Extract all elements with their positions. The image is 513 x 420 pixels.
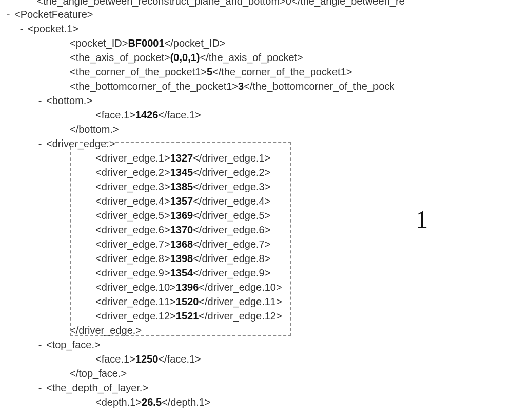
- xml-line: <driver_edge.3>1385</driver_edge.3>: [0, 179, 513, 194]
- xml-line: <driver_edge.1>1327</driver_edge.1>: [0, 151, 513, 165]
- xml-line: -<pocket.1>: [0, 22, 513, 36]
- xml-value: 1398: [170, 253, 193, 264]
- xml-open-tag: <driver_edge.3>: [95, 181, 170, 192]
- cutoff-line: <the_angle_between_reconstruct_plane_and…: [0, 0, 513, 7]
- xml-open-tag: <driver_edge.8>: [95, 253, 170, 264]
- xml-open-tag: <face.1>: [95, 353, 135, 365]
- xml-line: <driver_edge.2>1345</driver_edge.2>: [0, 165, 513, 179]
- xml-close-tag: </driver_edge.11>: [199, 296, 282, 307]
- xml-line: </top_face.>: [0, 366, 513, 381]
- xml-value: 1396: [176, 282, 199, 293]
- xml-open-tag: <PocketFeature>: [14, 9, 93, 20]
- collapse-toggle[interactable]: -: [37, 337, 43, 352]
- xml-line: <face.1>1426</face.1>: [0, 108, 513, 122]
- xml-open-tag: <driver_edge.9>: [95, 267, 170, 278]
- xml-lines: -<PocketFeature>-<pocket.1><pocket_ID>BF…: [0, 7, 513, 409]
- xml-close-tag: </driver_edge.7>: [193, 238, 270, 250]
- xml-line: </driver_edge.>: [0, 323, 513, 337]
- cutoff-text: <the_angle_between_reconstruct_plane_and…: [0, 0, 405, 7]
- xml-value: 1521: [176, 310, 199, 322]
- xml-line: <the_corner_of_the_pocket1>5</the_corner…: [0, 65, 513, 79]
- xml-value: 1327: [170, 152, 193, 164]
- xml-close-tag: </driver_edge.4>: [193, 195, 270, 207]
- xml-open-tag: </top_face.>: [70, 368, 127, 379]
- collapse-toggle[interactable]: -: [18, 22, 25, 36]
- collapse-toggle[interactable]: -: [37, 93, 43, 108]
- xml-close-tag: </face.1>: [158, 109, 201, 121]
- xml-line: <driver_edge.11>1520</driver_edge.11>: [0, 294, 513, 309]
- xml-open-tag: <driver_edge.12>: [95, 310, 176, 322]
- xml-close-tag: </pocket_ID>: [165, 37, 226, 49]
- collapse-toggle[interactable]: -: [5, 7, 11, 22]
- xml-line: <face.1>1250</face.1>: [0, 352, 513, 366]
- xml-open-tag: <driver_edge.2>: [95, 167, 170, 178]
- xml-line: <pocket_ID>BF0001</pocket_ID>: [0, 36, 513, 50]
- xml-open-tag: </bottom.>: [70, 124, 119, 135]
- xml-open-tag: <depth.1>: [95, 396, 142, 408]
- xml-open-tag: <driver_edge.10>: [95, 282, 176, 293]
- xml-line: -<top_face.>: [0, 337, 513, 352]
- xml-open-tag: <pocket_ID>: [70, 37, 128, 49]
- xml-open-tag: <pocket.1>: [28, 23, 78, 34]
- xml-close-tag: </driver_edge.10>: [199, 282, 282, 293]
- xml-line: <driver_edge.4>1357</driver_edge.4>: [0, 194, 513, 208]
- xml-value: 1426: [135, 109, 159, 121]
- xml-close-tag: </driver_edge.6>: [193, 224, 270, 235]
- xml-value: 1369: [170, 210, 193, 221]
- xml-value: 1345: [170, 167, 193, 178]
- xml-close-tag: </driver_edge.8>: [193, 253, 270, 264]
- annotation-label-1: 1: [416, 205, 428, 233]
- xml-line: <the_axis_of_pocket>(0,0,1)</the_axis_of…: [0, 50, 513, 65]
- xml-open-tag: <the_bottomcorner_of_the_pocket1>: [70, 81, 238, 92]
- xml-close-tag: </driver_edge.2>: [193, 167, 270, 178]
- xml-value: 1357: [170, 195, 193, 207]
- xml-value: 1354: [170, 267, 193, 278]
- xml-open-tag: <driver_edge.>: [46, 138, 115, 149]
- xml-line: <driver_edge.5>1369</driver_edge.5>: [0, 208, 513, 223]
- xml-line: <depth.1>26.5</depth.1>: [0, 395, 513, 409]
- xml-line: -<driver_edge.>: [0, 136, 513, 151]
- xml-open-tag: <the_depth_of_layer.>: [46, 382, 148, 393]
- xml-line: -<the_depth_of_layer.>: [0, 381, 513, 395]
- xml-value: 3: [238, 81, 244, 92]
- xml-open-tag: <driver_edge.11>: [95, 296, 176, 307]
- xml-value: (0,0,1): [170, 52, 200, 63]
- xml-close-tag: </the_corner_of_the_pocket1>: [212, 66, 352, 77]
- collapse-toggle[interactable]: -: [37, 381, 43, 395]
- xml-open-tag: <bottom.>: [46, 95, 92, 106]
- xml-open-tag: </driver_edge.>: [70, 325, 142, 336]
- xml-open-tag: <face.1>: [95, 109, 135, 121]
- xml-value: 1385: [170, 181, 193, 192]
- xml-close-tag: </driver_edge.12>: [199, 310, 282, 322]
- xml-close-tag: </the_axis_of_pocket>: [200, 52, 303, 63]
- xml-open-tag: <driver_edge.6>: [95, 224, 170, 235]
- xml-close-tag: </driver_edge.9>: [193, 267, 270, 278]
- xml-value: BF0001: [128, 37, 164, 49]
- xml-line: <driver_edge.9>1354</driver_edge.9>: [0, 266, 513, 280]
- xml-open-tag: <driver_edge.5>: [95, 210, 170, 221]
- xml-line: <driver_edge.7>1368</driver_edge.7>: [0, 237, 513, 251]
- xml-line: <driver_edge.6>1370</driver_edge.6>: [0, 223, 513, 237]
- xml-value: 5: [207, 66, 212, 77]
- xml-value: 1370: [170, 224, 193, 235]
- xml-close-tag: </driver_edge.5>: [193, 210, 270, 221]
- annotation-arrow: [0, 409, 513, 420]
- xml-line: -<bottom.>: [0, 93, 513, 108]
- xml-open-tag: <driver_edge.7>: [95, 238, 170, 250]
- xml-open-tag: <driver_edge.4>: [95, 195, 170, 207]
- xml-value: 26.5: [142, 396, 162, 408]
- xml-line: </bottom.>: [0, 122, 513, 136]
- xml-open-tag: <top_face.>: [46, 339, 101, 350]
- xml-viewer: <the_angle_between_reconstruct_plane_and…: [0, 0, 513, 420]
- xml-line: <driver_edge.8>1398</driver_edge.8>: [0, 251, 513, 266]
- xml-open-tag: <the_axis_of_pocket>: [70, 52, 170, 63]
- xml-line: -<PocketFeature>: [0, 7, 513, 22]
- xml-line: <driver_edge.10>1396</driver_edge.10>: [0, 280, 513, 294]
- xml-value: 1250: [135, 353, 159, 365]
- xml-line: <the_bottomcorner_of_the_pocket1>3</the_…: [0, 79, 513, 93]
- xml-open-tag: <the_corner_of_the_pocket1>: [70, 66, 207, 77]
- xml-close-tag: </the_bottomcorner_of_the_pock: [244, 81, 394, 92]
- xml-value: 1368: [170, 238, 193, 250]
- collapse-toggle[interactable]: -: [37, 136, 43, 151]
- xml-close-tag: </face.1>: [158, 353, 201, 365]
